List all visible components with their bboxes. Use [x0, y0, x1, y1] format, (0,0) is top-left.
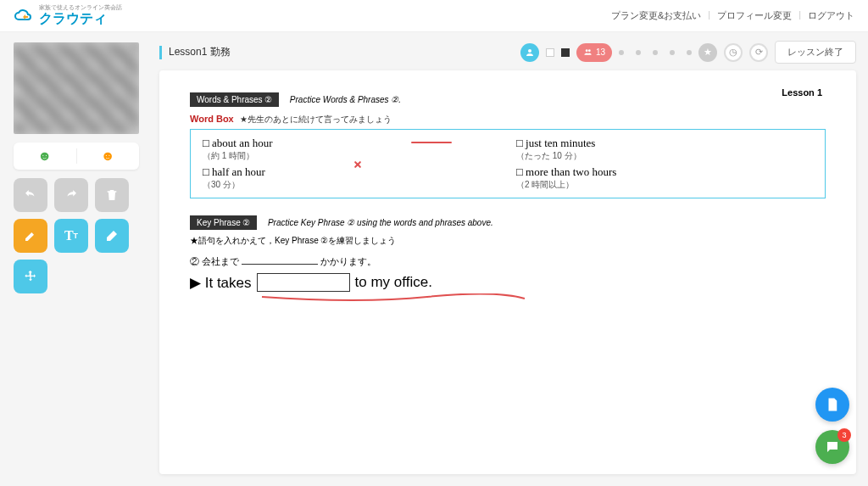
document-fab[interactable]	[815, 388, 849, 422]
people-icon	[583, 47, 593, 57]
refresh-button[interactable]: ⟳	[749, 43, 768, 62]
header-nav: プラン変更&お支払い | プロフィール変更 | ログアウト	[611, 9, 854, 22]
brand-logo[interactable]: 家族で使えるオンライン英会話 クラウティ	[14, 3, 122, 28]
redo-button[interactable]	[54, 178, 88, 212]
document-icon	[825, 397, 840, 412]
lesson-title: Lesson1 勤務	[169, 45, 231, 59]
svg-point-2	[588, 49, 591, 52]
lesson-number: Lesson 1	[782, 87, 822, 98]
tool-palette: TT	[14, 178, 139, 293]
clock-button[interactable]: ◷	[724, 43, 743, 62]
words-section-sub: Practice Words & Phrases ②.	[290, 95, 401, 104]
annotation-line	[411, 142, 452, 143]
title-accent	[159, 46, 162, 59]
participant-count: 13	[596, 47, 605, 57]
nav-profile[interactable]: プロフィール変更	[717, 9, 792, 22]
word-item: □ more than two hours（2 時間以上）	[516, 165, 813, 191]
color-white[interactable]	[546, 48, 554, 57]
trash-button[interactable]	[95, 178, 129, 212]
cloud-icon	[14, 6, 34, 26]
keyphrase-en: ▶ It takes to my office.	[190, 273, 826, 292]
feedback-bar: ☻ ☻	[14, 142, 139, 170]
word-item: □ just ten minutes（たった 10 分）	[516, 137, 813, 162]
move-button[interactable]	[14, 260, 47, 293]
word-item: □ half an hour（30 分）	[203, 165, 499, 191]
nav-plan[interactable]: プラン変更&お支払い	[611, 9, 701, 22]
keyphrase-instruction: ★語句を入れかえて，Key Phrase ②を練習しましょう	[190, 235, 826, 247]
eraser-button[interactable]	[95, 219, 129, 253]
star-button[interactable]: ★	[698, 43, 717, 62]
color-black[interactable]	[561, 48, 570, 57]
end-lesson-button[interactable]: レッスン終了	[775, 41, 856, 64]
wordbox-heading: Word Box ★先生のあとに続けて言ってみましょう	[190, 114, 826, 126]
page-dots	[619, 50, 692, 55]
svg-point-0	[528, 49, 531, 53]
lesson-topbar: Lesson1 勤務 13 ★ ◷ ⟳ レッスン終了	[159, 41, 856, 64]
brand-name: クラウティ	[39, 10, 122, 28]
chat-badge: 3	[837, 428, 851, 442]
sad-button[interactable]: ☻	[77, 148, 140, 164]
content-area: Lesson1 勤務 13 ★ ◷ ⟳ レッスン終了 Lesson 1	[153, 32, 868, 486]
keyphrase-section: Key Phrase ② Practice Key Phrase ② using…	[190, 214, 826, 307]
text-button[interactable]: TT	[54, 219, 88, 253]
blank-en	[257, 273, 350, 292]
words-section-label: Words & Phrases ②	[190, 92, 279, 107]
annotation-curve	[258, 293, 529, 304]
keyphrase-sub: Practice Key Phrase ② using the words an…	[268, 218, 493, 227]
app-header: 家族で使えるオンライン英会話 クラウティ プラン変更&お支払い | プロフィール…	[0, 0, 868, 32]
video-feed[interactable]	[14, 42, 139, 134]
sidebar: ☻ ☻ TT	[0, 32, 153, 486]
nav-logout[interactable]: ログアウト	[808, 9, 854, 22]
happy-button[interactable]: ☻	[14, 148, 76, 164]
pen-button[interactable]	[14, 219, 47, 253]
chat-icon	[825, 439, 840, 455]
undo-button[interactable]	[14, 178, 47, 212]
keyphrase-jp: ② 会社まで かかります。	[190, 255, 826, 268]
chat-fab[interactable]: 3	[815, 430, 849, 464]
blank-jp	[242, 264, 318, 265]
user-icon[interactable]	[520, 43, 539, 62]
keyphrase-label: Key Phrase ②	[190, 215, 257, 230]
svg-point-1	[586, 49, 588, 52]
participant-pill[interactable]: 13	[576, 43, 612, 62]
word-box: □ about an hour（約 1 時間） □ just ten minut…	[190, 129, 826, 198]
word-item: □ about an hour（約 1 時間）	[203, 137, 499, 162]
slide-canvas[interactable]: Lesson 1 Words & Phrases ② Practice Word…	[159, 70, 856, 474]
